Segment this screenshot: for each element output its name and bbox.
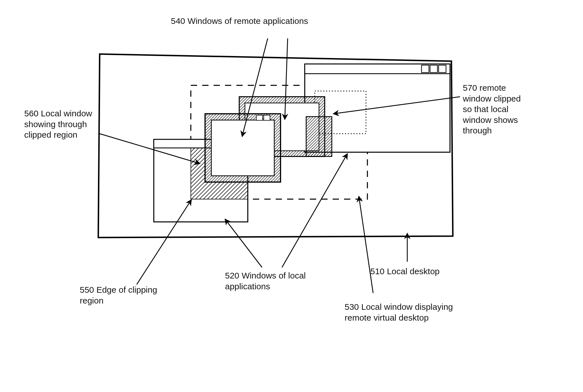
svg-rect-12 bbox=[264, 115, 270, 120]
label-530: 530 Local window displaying remote virtu… bbox=[345, 302, 527, 323]
arrow-520-right bbox=[282, 154, 347, 267]
arrow-530 bbox=[359, 196, 373, 293]
remote-window-back-extension bbox=[306, 117, 332, 156]
svg-rect-11 bbox=[256, 115, 263, 120]
label-540: 540 Windows of remote applications bbox=[171, 16, 404, 26]
label-560: 560 Local window showing through clipped… bbox=[24, 108, 110, 140]
label-520: 520 Windows of local applications bbox=[225, 270, 345, 292]
diagram: 540 Windows of remote applications 560 L… bbox=[0, 0, 583, 392]
label-510: 510 Local desktop bbox=[370, 266, 490, 277]
svg-rect-10 bbox=[211, 120, 274, 176]
diagram-svg bbox=[0, 0, 583, 392]
arrow-520-left bbox=[225, 219, 262, 267]
label-550: 550 Edge of clipping region bbox=[80, 284, 199, 306]
label-570: 570 remote window clipped so that local … bbox=[463, 82, 560, 136]
remote-window-front bbox=[205, 114, 281, 182]
